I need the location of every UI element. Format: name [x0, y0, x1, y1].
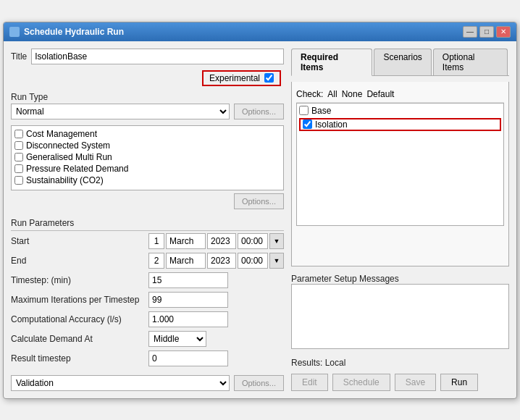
end-date-inputs: ▼ — [148, 253, 284, 269]
params-grid: Start ▼ End — [11, 233, 284, 366]
result-timestep-row: Result timestep — [11, 350, 284, 366]
close-button[interactable]: ✕ — [496, 26, 511, 38]
window-icon — [9, 27, 20, 37]
base-label: Base — [311, 106, 331, 116]
start-year-input[interactable] — [207, 233, 236, 249]
param-setup-label: Parameter Setup Messages — [291, 274, 509, 284]
base-checkbox[interactable] — [299, 106, 309, 115]
timestep-input[interactable] — [148, 272, 228, 288]
items-list: Base Isolation — [296, 103, 504, 226]
main-window: Schedule Hydraulic Run — □ ✕ Title Exper… — [3, 22, 517, 399]
title-bar-left: Schedule Hydraulic Run — [9, 27, 124, 37]
results-label: Results: Local — [291, 358, 345, 368]
start-date-inputs: ▼ — [148, 233, 284, 249]
comp-acc-input[interactable] — [148, 311, 228, 327]
tab-optional-items[interactable]: Optional Items — [433, 49, 508, 75]
param-setup-section: Parameter Setup Messages — [291, 272, 509, 349]
right-panel: Required Items Scenarios Optional Items … — [291, 49, 509, 391]
edit-button[interactable]: Edit — [291, 374, 328, 391]
calc-demand-select[interactable]: Middle Start End — [148, 331, 206, 347]
comp-acc-row: Computational Accuracy (l/s) — [11, 311, 284, 327]
disconnected-system-checkbox[interactable] — [14, 141, 23, 150]
end-year-input[interactable] — [207, 253, 236, 269]
validation-options-button[interactable]: Options... — [234, 375, 284, 391]
start-time-input[interactable] — [238, 233, 268, 249]
run-parameters-section: Run Parameters Start ▼ — [11, 218, 284, 366]
result-timestep-input[interactable] — [148, 350, 228, 366]
calc-demand-row: Calculate Demand At Middle Start End — [11, 331, 284, 347]
end-month-input[interactable] — [166, 253, 206, 269]
start-day-input[interactable] — [148, 233, 164, 249]
title-controls: — □ ✕ — [463, 26, 511, 38]
item-base: Base — [299, 106, 501, 116]
end-time-input[interactable] — [238, 253, 268, 269]
isolation-label: Isolation — [315, 119, 348, 130]
tab-scenarios[interactable]: Scenarios — [374, 49, 431, 75]
options2-button[interactable]: Options... — [234, 193, 284, 209]
end-label: End — [11, 256, 148, 266]
required-items-content: Check: All None Default Base Isolation — [291, 82, 509, 266]
checkbox-sustainability-co2: Sustainability (CO2) — [14, 175, 280, 185]
checkbox-options-section: Cost Management Disconnected System Gene… — [11, 125, 284, 209]
end-calendar-button[interactable]: ▼ — [269, 253, 284, 269]
minimize-button[interactable]: — — [463, 26, 477, 38]
window-title: Schedule Hydraulic Run — [24, 27, 124, 37]
checkbox-pressure-related-demand: Pressure Related Demand — [14, 164, 280, 174]
item-isolation: Isolation — [299, 118, 501, 131]
calc-demand-label: Calculate Demand At — [11, 334, 148, 344]
check-label: Check: — [296, 89, 323, 99]
calc-demand-dropdown-row: Middle Start End — [148, 331, 206, 347]
tab-required-items[interactable]: Required Items — [291, 49, 372, 76]
cost-management-checkbox[interactable] — [14, 130, 23, 138]
left-panel: Title Experimental Run Type Normal Exten… — [11, 49, 284, 391]
sustainability-co2-label: Sustainability (CO2) — [26, 175, 104, 185]
title-label: Title — [11, 51, 27, 62]
checkbox-options-list: Cost Management Disconnected System Gene… — [11, 125, 284, 190]
disconnected-system-label: Disconnected System — [26, 140, 110, 151]
run-parameters-label: Run Parameters — [11, 218, 284, 228]
save-button[interactable]: Save — [395, 374, 436, 391]
pressure-related-demand-label: Pressure Related Demand — [26, 164, 128, 174]
schedule-button[interactable]: Schedule — [332, 374, 390, 391]
run-type-options-button[interactable]: Options... — [234, 104, 284, 119]
isolation-checkbox[interactable] — [303, 119, 312, 129]
check-all-link[interactable]: All — [327, 89, 337, 99]
validation-select[interactable]: Validation None — [11, 375, 230, 391]
start-row: Start ▼ — [11, 233, 284, 249]
generalised-multi-run-label: Generalised Multi Run — [26, 152, 112, 162]
main-content: Title Experimental Run Type Normal Exten… — [4, 41, 516, 398]
validation-row: Validation None Options... — [11, 375, 284, 391]
experimental-label: Experimental — [209, 73, 260, 83]
run-type-row: Normal Extended Fire Water Quality Optio… — [11, 104, 284, 119]
maximize-button[interactable]: □ — [479, 26, 494, 38]
experimental-row: Experimental — [11, 70, 284, 86]
checkbox-generalised-multi-run: Generalised Multi Run — [14, 152, 280, 162]
experimental-box: Experimental — [202, 70, 281, 86]
start-calendar-button[interactable]: ▼ — [269, 233, 284, 249]
end-day-input[interactable] — [148, 253, 164, 269]
timestep-row: Timestep: (min) — [11, 272, 284, 288]
start-label: Start — [11, 236, 148, 246]
check-default-link[interactable]: Default — [366, 89, 394, 99]
check-none-link[interactable]: None — [342, 89, 363, 99]
run-type-section: Run Type Normal Extended Fire Water Qual… — [11, 92, 284, 119]
sustainability-co2-checkbox[interactable] — [14, 176, 23, 185]
title-row: Title — [11, 49, 284, 64]
result-timestep-label: Result timestep — [11, 353, 148, 364]
max-iter-input[interactable] — [148, 292, 228, 308]
max-iter-label: Maximum Iterations per Timestep — [11, 295, 148, 305]
checkbox-cost-management: Cost Management — [14, 129, 280, 139]
title-input[interactable] — [31, 49, 284, 64]
end-row: End ▼ — [11, 253, 284, 269]
pressure-related-demand-checkbox[interactable] — [14, 164, 23, 173]
experimental-checkbox[interactable] — [264, 73, 274, 83]
run-button[interactable]: Run — [440, 374, 478, 391]
cost-management-label: Cost Management — [26, 129, 97, 139]
comp-acc-label: Computational Accuracy (l/s) — [11, 314, 148, 324]
run-type-select[interactable]: Normal Extended Fire Water Quality — [11, 104, 230, 119]
run-type-label: Run Type — [11, 92, 284, 102]
timestep-label: Timestep: (min) — [11, 275, 148, 285]
generalised-multi-run-checkbox[interactable] — [14, 153, 23, 161]
bottom-buttons: Edit Schedule Save Run — [291, 374, 509, 391]
start-month-input[interactable] — [166, 233, 206, 249]
